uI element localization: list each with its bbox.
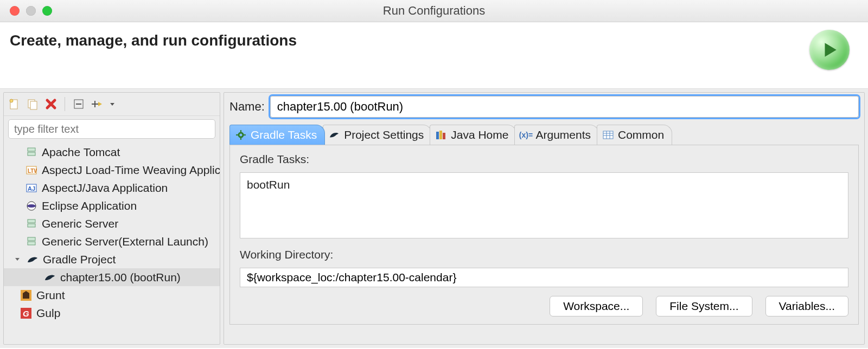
tree-item-label: Eclipse Application (42, 199, 137, 212)
svg-rect-31 (439, 131, 442, 139)
workspace-button[interactable]: Workspace... (550, 296, 643, 316)
aj-icon: AJ (25, 182, 37, 194)
svg-marker-21 (15, 258, 20, 261)
tab-bar: Gradle Tasks Project Settings Java Home … (229, 123, 859, 145)
books-icon (436, 130, 446, 140)
tree-item-aspectj-ltw[interactable]: LTW AspectJ Load-Time Weaving Applicatio… (4, 161, 220, 179)
svg-marker-0 (825, 43, 837, 57)
tab-label: Arguments (535, 128, 591, 141)
tab-content: Gradle Tasks: bootRun Working Directory:… (229, 145, 859, 325)
dropdown-arrow-icon[interactable] (108, 97, 116, 111)
delete-config-icon[interactable] (44, 97, 58, 111)
gear-icon (235, 130, 246, 140)
gulp-icon: G (20, 307, 32, 319)
svg-rect-32 (443, 133, 445, 139)
toolbar-separator (65, 97, 65, 111)
tab-project-settings[interactable]: Project Settings (323, 125, 432, 145)
svg-point-2 (10, 99, 13, 102)
run-icon (809, 30, 850, 70)
filter-box (8, 119, 215, 139)
name-label: Name: (229, 100, 265, 114)
tab-gradle-tasks[interactable]: Gradle Tasks (229, 125, 325, 145)
tree-item-aspectj-java[interactable]: AJ AspectJ/Java Application (4, 179, 220, 197)
gradle-tasks-input[interactable]: bootRun (240, 172, 848, 238)
tab-java-home[interactable]: Java Home (430, 125, 516, 145)
config-toolbar (4, 93, 220, 116)
filter-input[interactable] (8, 119, 215, 139)
tree-item-generic-server-ext[interactable]: Generic Server(External Launch) (4, 232, 220, 250)
tree-item-gradle-project[interactable]: Gradle Project (4, 250, 220, 268)
collapse-all-icon[interactable] (72, 97, 86, 111)
name-input[interactable] (270, 96, 859, 118)
svg-text:AJ: AJ (28, 185, 35, 192)
svg-rect-9 (28, 148, 35, 151)
gradle-icon (44, 272, 56, 283)
tree-item-label: Apache Tomcat (42, 146, 120, 159)
svg-rect-10 (28, 152, 35, 156)
tree-item-label: AspectJ Load-Time Weaving Application (42, 164, 220, 177)
window-title: Run Configurations (0, 4, 868, 18)
gradle-tasks-value: bootRun (247, 178, 290, 191)
server-icon (25, 236, 37, 248)
tab-common[interactable]: Common (597, 125, 672, 145)
working-dir-input[interactable] (240, 268, 848, 287)
tree-item-generic-server[interactable]: Generic Server (4, 215, 220, 232)
tab-label: Java Home (451, 128, 508, 141)
variable-icon: (x)= (520, 130, 531, 140)
svg-text:G: G (23, 309, 29, 318)
gradle-icon (27, 254, 39, 266)
right-pane: Name: Gradle Tasks Project Settings Java… (224, 92, 865, 345)
tab-label: Common (618, 128, 664, 141)
tab-arguments[interactable]: (x)= Arguments (514, 125, 599, 145)
tree-item-label: AspectJ/Java Application (42, 182, 168, 195)
variables-button[interactable]: Variables... (765, 296, 849, 316)
server-icon (25, 218, 37, 230)
filter-icon[interactable] (90, 97, 104, 111)
gradle-tasks-label: Gradle Tasks: (240, 153, 848, 166)
new-config-icon[interactable] (7, 97, 21, 111)
file-system-button[interactable]: File System... (656, 296, 752, 316)
tree-item-eclipse[interactable]: Eclipse Application (4, 197, 220, 215)
svg-point-16 (27, 204, 36, 208)
ltw-icon: LTW (25, 164, 37, 176)
svg-rect-20 (28, 242, 35, 245)
tree-item-label: Generic Server (42, 217, 118, 230)
eclipse-icon (25, 200, 37, 212)
chevron-down-icon[interactable] (14, 255, 22, 264)
duplicate-config-icon[interactable] (25, 97, 40, 111)
name-row: Name: (229, 96, 859, 118)
svg-marker-7 (98, 102, 102, 106)
tab-label: Gradle Tasks (251, 128, 317, 141)
tree-item-label: Gradle Project (43, 253, 116, 266)
dialog-body: Apache Tomcat LTW AspectJ Load-Time Weav… (0, 89, 868, 348)
svg-point-25 (239, 133, 243, 137)
tree-item-grunt[interactable]: Grunt (4, 286, 220, 304)
svg-rect-19 (28, 237, 35, 241)
server-icon (25, 146, 37, 158)
working-dir-label: Working Directory: (240, 248, 848, 261)
svg-text:LTW: LTW (28, 168, 37, 174)
tree-item-gradle-child[interactable]: chapter15.00 (bootRun) (4, 268, 220, 286)
tree-item-gulp[interactable]: G Gulp (4, 304, 220, 322)
working-dir-buttons: Workspace... File System... Variables... (240, 296, 848, 316)
svg-rect-18 (28, 224, 35, 227)
tree-item-label: Grunt (36, 289, 65, 302)
dialog-heading: Create, manage, and run configurations (10, 32, 297, 49)
gradle-icon (329, 130, 340, 140)
svg-rect-33 (603, 131, 613, 139)
tree-item-label: Gulp (36, 307, 60, 320)
left-pane: Apache Tomcat LTW AspectJ Load-Time Weav… (3, 92, 220, 345)
title-bar: Run Configurations (0, 0, 868, 22)
svg-marker-8 (110, 103, 114, 106)
config-tree[interactable]: Apache Tomcat LTW AspectJ Load-Time Weav… (4, 142, 220, 344)
tree-item-label: Generic Server(External Launch) (42, 235, 208, 248)
svg-rect-17 (28, 219, 35, 223)
table-icon (603, 130, 614, 140)
tree-item-tomcat[interactable]: Apache Tomcat (4, 143, 220, 161)
dialog-header: Create, manage, and run configurations (0, 22, 868, 89)
svg-rect-30 (436, 132, 439, 139)
svg-rect-4 (30, 101, 37, 109)
tab-label: Project Settings (344, 128, 424, 141)
tree-item-label: chapter15.00 (bootRun) (60, 271, 181, 284)
grunt-icon (20, 289, 32, 301)
